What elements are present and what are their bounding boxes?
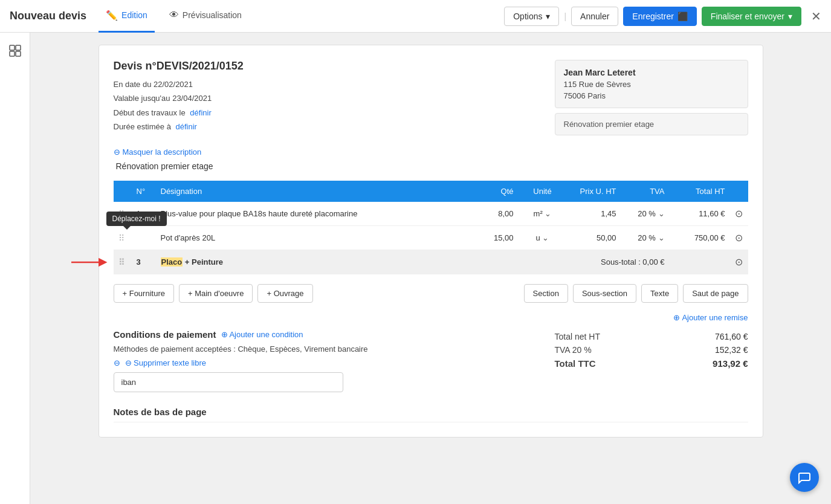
row-qty: 8,00 — [470, 202, 519, 226]
save-icon: ⬛ — [677, 11, 688, 21]
close-button[interactable]: ✕ — [811, 9, 821, 24]
add-condition-link[interactable]: ⊕ Ajouter une condition — [221, 330, 303, 339]
section-subtotal: Sous-total : 0,00 € — [470, 250, 670, 274]
row-tva: 20 % ⌄ — [621, 202, 670, 226]
add-remise-link[interactable]: ⊕ Ajouter une remise — [114, 312, 748, 322]
add-saut-page-button[interactable]: Saut de page — [683, 284, 748, 303]
doc-valid: Valable jusqu'au 23/04/2021 — [114, 91, 531, 105]
row-tva: 20 % ⌄ — [621, 226, 670, 250]
payment-methods: Méthodes de paiement acceptées : Chèque,… — [114, 344, 531, 354]
add-main-oeuvre-button[interactable]: + Main d'oeuvre — [179, 284, 253, 303]
row-total: 11,60 € — [670, 202, 730, 226]
document-header: Devis n°DEVIS/2021/0152 En date du 22/02… — [114, 60, 748, 135]
client-street: 115 Rue de Sèvres — [564, 80, 739, 89]
row-total: 750,00 € — [670, 226, 730, 250]
page-title: Nouveau devis — [10, 10, 86, 22]
items-table: N° Désignation Qté Unité Prix U. HT TVA … — [114, 181, 748, 274]
payment-conditions: Conditions de paiement ⊕ Ajouter une con… — [114, 329, 531, 392]
tab-preview[interactable]: 👁 Prévisualisation — [162, 0, 249, 33]
doc-start: Début des travaux le définir — [114, 106, 531, 120]
dropdown-icon: ▾ — [546, 11, 550, 21]
tab-edition[interactable]: ✏️ Edition — [99, 0, 155, 33]
remove-free-text-link[interactable]: ⊖ ⊖ Supprimer texte libre — [114, 358, 531, 367]
totals-box: Total net HT 761,60 € TVA 20 % 152,32 € … — [555, 329, 748, 392]
doc-duration-link[interactable]: définir — [176, 122, 197, 131]
total-net-ht-row: Total net HT 761,60 € — [555, 332, 748, 341]
col-unit: Unité — [519, 181, 567, 202]
col-drag — [114, 181, 132, 202]
chat-button[interactable] — [790, 463, 819, 492]
add-section-button[interactable]: Section — [524, 284, 568, 303]
section-num: 3 — [132, 250, 156, 274]
client-note: Rénovation premier etage — [555, 113, 748, 135]
drag-handle[interactable]: ⠿ — [118, 257, 124, 267]
expand-button[interactable]: ⊙ — [735, 232, 743, 244]
add-structure-buttons: Section Sous-section Texte Saut de page — [524, 284, 748, 303]
svg-rect-1 — [16, 45, 21, 50]
row-num — [132, 226, 156, 250]
eye-icon: 👁 — [169, 10, 179, 21]
document-title: Devis n°DEVIS/2021/0152 — [114, 60, 531, 73]
notes-title: Notes de bas de page — [114, 407, 748, 417]
finalize-button[interactable]: Finaliser et envoyer ▾ — [702, 7, 801, 26]
row-price: 1,45 — [567, 202, 621, 226]
unit-chevron[interactable]: ⌄ — [542, 233, 549, 242]
action-buttons-row: + Fourniture + Main d'oeuvre + Ouvrage S… — [114, 284, 748, 303]
save-button[interactable]: Enregistrer ⬛ — [623, 7, 696, 26]
options-button[interactable]: Options ▾ — [504, 7, 559, 26]
hide-description-toggle[interactable]: ⊖ Masquer la description — [114, 147, 748, 157]
sidebar — [0, 33, 30, 504]
app-header: Nouveau devis ✏️ Edition 👁 Prévisualisat… — [0, 0, 831, 33]
add-sous-section-button[interactable]: Sous-section — [573, 284, 636, 303]
edit-icon: ✏️ — [106, 10, 118, 21]
total-tva-row: TVA 20 % 152,32 € — [555, 345, 748, 355]
doc-start-link[interactable]: définir — [190, 108, 211, 117]
col-num: N° — [132, 181, 156, 202]
col-total: Total HT — [670, 181, 730, 202]
row-qty: 15,00 — [470, 226, 519, 250]
description-text: Rénovation premier etage — [114, 161, 748, 171]
tva-chevron[interactable]: ⌄ — [658, 233, 665, 242]
row-unit: m² ⌄ — [519, 202, 567, 226]
document-card: Devis n°DEVIS/2021/0152 En date du 22/02… — [99, 45, 763, 438]
drag-handle[interactable]: ⠿ — [118, 233, 124, 243]
highlight-text: Placo — [161, 257, 183, 267]
bottom-section: Conditions de paiement ⊕ Ajouter une con… — [114, 329, 748, 392]
iban-input[interactable] — [114, 372, 343, 392]
col-designation: Désignation — [156, 181, 470, 202]
svg-rect-2 — [10, 51, 15, 56]
tooltip-wrapper: Déplacez-moi ! ⠿ — [118, 233, 124, 243]
payment-title: Conditions de paiement ⊕ Ajouter une con… — [114, 329, 531, 340]
red-arrow-icon — [71, 256, 108, 268]
add-texte-button[interactable]: Texte — [641, 284, 678, 303]
row-price: 50,00 — [567, 226, 621, 250]
doc-date: En date du 22/02/2021 — [114, 77, 531, 91]
add-fourniture-button[interactable]: + Fourniture — [114, 284, 174, 303]
row-designation: Plus-value pour plaque BA18s haute duret… — [156, 202, 470, 226]
total-ttc-row: Total TTC 913,92 € — [555, 358, 748, 369]
row-unit: u ⌄ — [519, 226, 567, 250]
sidebar-icon-template[interactable] — [4, 40, 26, 62]
client-info: Jean Marc Leteret 115 Rue de Sèvres 7500… — [555, 60, 748, 135]
expand-button[interactable]: ⊙ — [735, 256, 743, 268]
col-actions — [730, 181, 748, 202]
minus-icon: ⊖ — [114, 147, 120, 157]
table-row: ⠿ 1 Plus-value pour plaque BA18s haute d… — [114, 202, 748, 226]
table-row: Déplacez-moi ! ⠿ Pot d'après 20L 15,00 u… — [114, 226, 748, 250]
col-tva: TVA — [621, 181, 670, 202]
cancel-button[interactable]: Annuler — [571, 7, 618, 26]
main-content: Devis n°DEVIS/2021/0152 En date du 22/02… — [30, 33, 831, 504]
dropdown-icon: ▾ — [788, 11, 792, 21]
document-info: Devis n°DEVIS/2021/0152 En date du 22/02… — [114, 60, 531, 135]
svg-rect-3 — [16, 51, 21, 56]
col-price: Prix U. HT — [567, 181, 621, 202]
add-item-buttons: + Fourniture + Main d'oeuvre + Ouvrage — [114, 284, 313, 303]
drag-arrow-indicator — [71, 256, 108, 268]
tva-chevron[interactable]: ⌄ — [658, 209, 665, 218]
document-meta: En date du 22/02/2021 Valable jusqu'au 2… — [114, 77, 531, 134]
add-ouvrage-button[interactable]: + Ouvrage — [257, 284, 312, 303]
unit-chevron[interactable]: ⌄ — [545, 209, 551, 218]
svg-rect-0 — [10, 45, 15, 50]
expand-button[interactable]: ⊙ — [735, 208, 743, 219]
client-address-box: Jean Marc Leteret 115 Rue de Sèvres 7500… — [555, 60, 748, 108]
